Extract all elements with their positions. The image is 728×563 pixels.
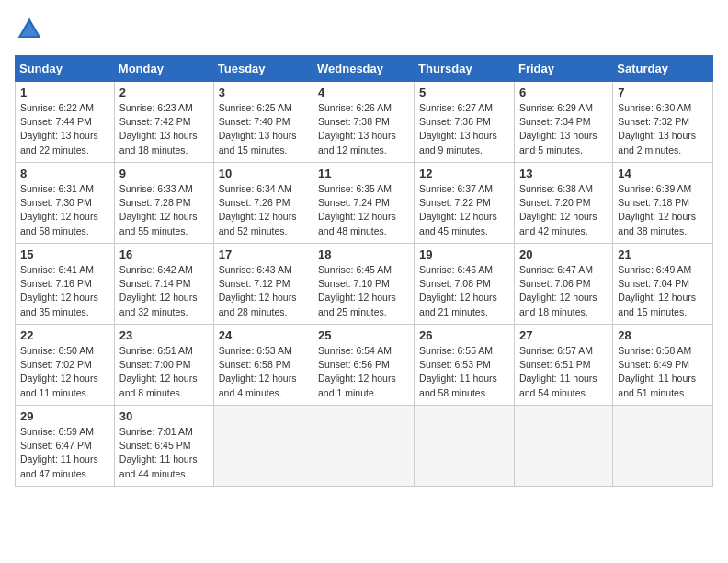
sunset: Sunset: 7:14 PM: [119, 278, 191, 289]
sunset: Sunset: 7:22 PM: [419, 197, 491, 208]
sunset: Sunset: 6:51 PM: [519, 359, 591, 370]
table-row: 4Sunrise: 6:26 AMSunset: 7:38 PMDaylight…: [313, 82, 415, 163]
table-row: [613, 406, 713, 487]
daylight: Daylight: 13 hours and 22 minutes.: [20, 130, 98, 155]
sunset: Sunset: 7:20 PM: [519, 197, 591, 208]
day-number: 3: [219, 86, 308, 99]
sunset: Sunset: 7:24 PM: [318, 197, 390, 208]
sunrise: Sunrise: 6:53 AM: [219, 345, 292, 356]
day-number: 24: [219, 328, 308, 342]
day-info: Sunrise: 6:25 AMSunset: 7:40 PMDaylight:…: [219, 101, 308, 157]
table-row: 30Sunrise: 7:01 AMSunset: 6:45 PMDayligh…: [114, 406, 213, 487]
sunrise: Sunrise: 6:55 AM: [419, 345, 493, 356]
day-info: Sunrise: 6:57 AMSunset: 6:51 PMDaylight:…: [519, 344, 608, 400]
sunset: Sunset: 7:06 PM: [519, 278, 591, 289]
sunset: Sunset: 6:45 PM: [119, 440, 191, 451]
day-number: 5: [419, 86, 509, 99]
day-info: Sunrise: 6:35 AMSunset: 7:24 PMDaylight:…: [318, 182, 409, 238]
calendar-table: Sunday Monday Tuesday Wednesday Thursday…: [15, 55, 713, 487]
daylight: Daylight: 13 hours and 12 minutes.: [318, 130, 396, 155]
table-row: 22Sunrise: 6:50 AMSunset: 7:02 PMDayligh…: [16, 325, 115, 406]
sunrise: Sunrise: 6:50 AM: [20, 345, 94, 356]
day-number: 23: [119, 328, 209, 342]
daylight: Daylight: 12 hours and 28 minutes.: [219, 292, 297, 316]
sunset: Sunset: 7:42 PM: [119, 116, 191, 127]
calendar-week-row: 1Sunrise: 6:22 AMSunset: 7:44 PMDaylight…: [16, 82, 713, 163]
calendar-header-row: Sunday Monday Tuesday Wednesday Thursday…: [16, 56, 713, 82]
sunrise: Sunrise: 6:22 AM: [20, 102, 94, 113]
sunrise: Sunrise: 6:54 AM: [318, 345, 392, 356]
day-number: 17: [219, 247, 308, 261]
sunset: Sunset: 6:58 PM: [219, 359, 290, 370]
daylight: Daylight: 12 hours and 55 minutes.: [119, 211, 198, 236]
sunrise: Sunrise: 6:41 AM: [20, 264, 94, 275]
table-row: 18Sunrise: 6:45 AMSunset: 7:10 PMDayligh…: [313, 244, 415, 325]
day-info: Sunrise: 6:27 AMSunset: 7:36 PMDaylight:…: [419, 101, 509, 157]
sunset: Sunset: 7:34 PM: [519, 116, 591, 127]
sunrise: Sunrise: 6:45 AM: [318, 264, 392, 275]
col-saturday: Saturday: [613, 56, 713, 82]
day-number: 21: [618, 247, 708, 261]
table-row: 16Sunrise: 6:42 AMSunset: 7:14 PMDayligh…: [114, 244, 213, 325]
sunrise: Sunrise: 6:29 AM: [519, 102, 593, 113]
sunrise: Sunrise: 6:26 AM: [318, 102, 392, 113]
day-info: Sunrise: 6:38 AMSunset: 7:20 PMDaylight:…: [519, 182, 608, 238]
sunset: Sunset: 7:10 PM: [318, 278, 390, 289]
daylight: Daylight: 11 hours and 54 minutes.: [519, 373, 597, 397]
sunset: Sunset: 7:40 PM: [219, 116, 290, 127]
sunrise: Sunrise: 6:35 AM: [318, 183, 392, 194]
day-number: 8: [20, 167, 109, 180]
daylight: Daylight: 12 hours and 15 minutes.: [618, 292, 696, 316]
sunrise: Sunrise: 6:27 AM: [419, 102, 493, 113]
daylight: Daylight: 12 hours and 45 minutes.: [419, 211, 497, 236]
table-row: 15Sunrise: 6:41 AMSunset: 7:16 PMDayligh…: [16, 244, 115, 325]
day-number: 18: [318, 247, 409, 261]
table-row: 14Sunrise: 6:39 AMSunset: 7:18 PMDayligh…: [613, 163, 713, 244]
table-row: 20Sunrise: 6:47 AMSunset: 7:06 PMDayligh…: [514, 244, 612, 325]
calendar-week-row: 22Sunrise: 6:50 AMSunset: 7:02 PMDayligh…: [16, 325, 713, 406]
sunset: Sunset: 7:12 PM: [219, 278, 290, 289]
sunrise: Sunrise: 7:01 AM: [119, 426, 193, 437]
sunset: Sunset: 7:04 PM: [618, 278, 689, 289]
day-info: Sunrise: 6:50 AMSunset: 7:02 PMDaylight:…: [20, 344, 109, 400]
table-row: 12Sunrise: 6:37 AMSunset: 7:22 PMDayligh…: [415, 163, 515, 244]
day-number: 15: [20, 247, 109, 261]
daylight: Daylight: 12 hours and 8 minutes.: [119, 373, 198, 397]
daylight: Daylight: 12 hours and 18 minutes.: [519, 292, 597, 316]
day-info: Sunrise: 6:45 AMSunset: 7:10 PMDaylight:…: [318, 263, 409, 319]
table-row: [313, 406, 415, 487]
day-info: Sunrise: 6:31 AMSunset: 7:30 PMDaylight:…: [20, 182, 109, 238]
sunrise: Sunrise: 6:51 AM: [119, 345, 193, 356]
table-row: 3Sunrise: 6:25 AMSunset: 7:40 PMDaylight…: [213, 82, 313, 163]
day-info: Sunrise: 6:47 AMSunset: 7:06 PMDaylight:…: [519, 263, 608, 319]
sunrise: Sunrise: 6:30 AM: [618, 102, 691, 113]
table-row: [213, 406, 313, 487]
sunset: Sunset: 7:30 PM: [20, 197, 92, 208]
table-row: 10Sunrise: 6:34 AMSunset: 7:26 PMDayligh…: [213, 163, 313, 244]
daylight: Daylight: 12 hours and 38 minutes.: [618, 211, 696, 236]
daylight: Daylight: 11 hours and 47 minutes.: [20, 454, 98, 478]
day-info: Sunrise: 6:37 AMSunset: 7:22 PMDaylight:…: [419, 182, 509, 238]
sunset: Sunset: 6:56 PM: [318, 359, 390, 370]
sunrise: Sunrise: 6:57 AM: [519, 345, 593, 356]
logo: [15, 15, 48, 44]
table-row: 28Sunrise: 6:58 AMSunset: 6:49 PMDayligh…: [613, 325, 713, 406]
sunrise: Sunrise: 6:43 AM: [219, 264, 292, 275]
day-number: 16: [119, 247, 209, 261]
sunset: Sunset: 6:49 PM: [618, 359, 689, 370]
day-info: Sunrise: 6:23 AMSunset: 7:42 PMDaylight:…: [119, 101, 209, 157]
sunset: Sunset: 7:32 PM: [618, 116, 689, 127]
day-number: 26: [419, 328, 509, 342]
sunset: Sunset: 7:44 PM: [20, 116, 92, 127]
sunset: Sunset: 7:18 PM: [618, 197, 689, 208]
day-number: 22: [20, 328, 109, 342]
sunset: Sunset: 7:36 PM: [419, 116, 491, 127]
daylight: Daylight: 11 hours and 51 minutes.: [618, 373, 696, 397]
day-info: Sunrise: 6:41 AMSunset: 7:16 PMDaylight:…: [20, 263, 109, 319]
table-row: [415, 406, 515, 487]
day-number: 19: [419, 247, 509, 261]
table-row: 11Sunrise: 6:35 AMSunset: 7:24 PMDayligh…: [313, 163, 415, 244]
daylight: Daylight: 12 hours and 42 minutes.: [519, 211, 597, 236]
day-info: Sunrise: 6:33 AMSunset: 7:28 PMDaylight:…: [119, 182, 209, 238]
day-number: 6: [519, 86, 608, 99]
